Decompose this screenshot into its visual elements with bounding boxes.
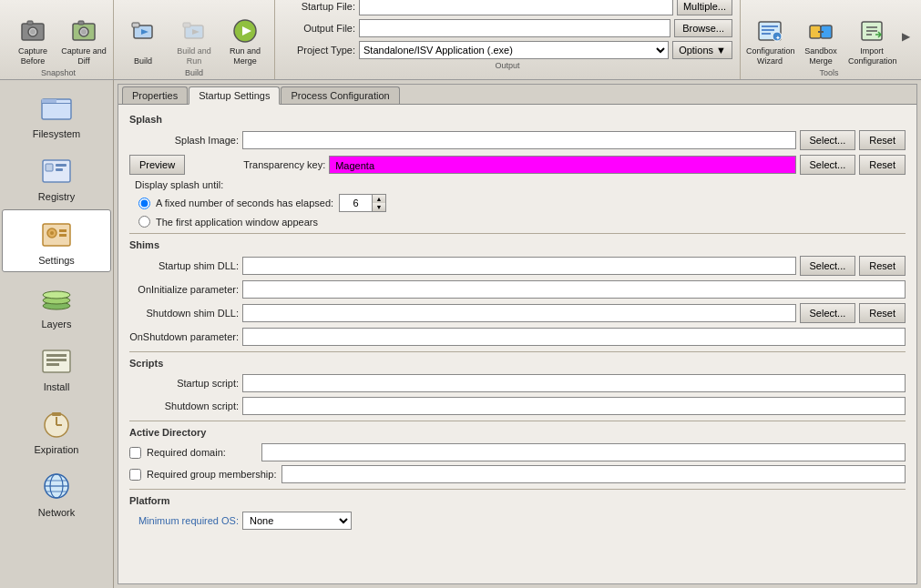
output-group: Startup File: Multiple... Output File: B… <box>275 0 741 79</box>
required-domain-input[interactable] <box>261 443 906 461</box>
svg-rect-41 <box>46 354 67 357</box>
oninitialize-row: OnInitialize parameter: <box>129 280 906 299</box>
startup-file-row: Startup File: Multiple... <box>282 0 732 15</box>
required-group-checkbox[interactable] <box>129 469 141 481</box>
sandbox-merge-button[interactable]: Sandbox Merge <box>797 4 844 69</box>
svg-rect-35 <box>59 234 67 237</box>
splash-image-row: Splash Image: Select... Reset <box>129 130 906 150</box>
startup-shim-select-button[interactable]: Select... <box>800 256 856 276</box>
run-merge-button[interactable]: Run and Merge <box>221 4 269 69</box>
toolbar: Capture Before Capture and Diff Snapshot… <box>0 0 921 80</box>
capture-before-button[interactable]: Capture Before <box>9 4 56 69</box>
config-wizard-label: Configuration Wizard <box>746 46 793 66</box>
build-button[interactable]: Build <box>119 4 167 69</box>
shutdown-shim-row: Shutdown shim DLL: Select... Reset <box>129 303 906 323</box>
radio-window[interactable] <box>138 216 150 228</box>
divider-3 <box>129 421 906 421</box>
radio-seconds-label: A fixed number of seconds has elapsed: <box>156 198 333 208</box>
minimum-os-row: Minimum required OS: None Windows XP Win… <box>129 512 906 530</box>
settings-icon <box>38 216 75 252</box>
project-type-select[interactable]: Standalone/ISV Application (.exe) <box>359 41 669 59</box>
splash-reset-button[interactable]: Reset <box>859 130 906 150</box>
shutdown-shim-input[interactable] <box>242 304 796 322</box>
oninitialize-input[interactable] <box>242 280 906 299</box>
onshutdown-input[interactable] <box>242 328 906 346</box>
display-until-label: Display splash until: <box>129 179 906 190</box>
svg-rect-42 <box>46 359 67 361</box>
toolbar-more-button[interactable]: ▶ <box>899 4 912 69</box>
oninitialize-label: OnInitialize parameter: <box>129 284 239 295</box>
splash-select-button[interactable]: Select... <box>800 130 856 150</box>
settings-label: Settings <box>38 255 75 266</box>
tab-startup-settings[interactable]: Startup Settings <box>189 86 280 105</box>
startup-shim-input[interactable] <box>242 257 796 275</box>
transparency-reset-button[interactable]: Reset <box>859 155 906 175</box>
minimum-os-select[interactable]: None Windows XP Windows Vista Windows 7 … <box>242 512 352 530</box>
shutdown-shim-select-button[interactable]: Select... <box>800 303 856 323</box>
startup-file-input[interactable] <box>359 0 673 15</box>
transparency-key-input[interactable]: Magenta <box>329 156 795 174</box>
radio-seconds[interactable] <box>138 198 150 209</box>
import-config-button[interactable]: Import Configuration <box>848 4 895 69</box>
startup-file-label: Startup File: <box>282 1 355 12</box>
startup-shim-label: Startup shim DLL: <box>129 260 239 271</box>
expiration-label: Expiration <box>35 444 79 455</box>
seconds-up-button[interactable]: ▲ <box>373 195 385 203</box>
sidebar-item-expiration[interactable]: Expiration <box>2 400 111 461</box>
sidebar-item-registry[interactable]: Registry <box>2 147 111 208</box>
run-merge-icon <box>230 16 260 46</box>
svg-point-39 <box>43 291 70 299</box>
shutdown-script-input[interactable] <box>242 397 906 415</box>
content-area: Properties Startup Settings Process Conf… <box>118 84 917 584</box>
build-group-label: Build <box>114 68 274 77</box>
output-file-input[interactable] <box>359 19 670 37</box>
shutdown-shim-reset-button[interactable]: Reset <box>859 303 906 323</box>
config-wizard-button[interactable]: ✦ Configuration Wizard <box>746 4 793 69</box>
divider-2 <box>129 351 906 352</box>
capture-before-icon <box>18 16 47 46</box>
svg-rect-31 <box>56 168 63 171</box>
sidebar-item-layers[interactable]: Layers <box>2 274 111 335</box>
tab-process-config[interactable]: Process Configuration <box>281 86 399 104</box>
required-domain-checkbox[interactable] <box>129 447 141 459</box>
onshutdown-row: OnShutdown parameter: <box>129 328 906 346</box>
divider-1 <box>129 233 906 234</box>
radio-window-row: The first application window appears <box>129 216 906 228</box>
sidebar-item-filesystem[interactable]: Filesystem <box>2 84 111 145</box>
tools-group-label: Tools <box>741 68 917 77</box>
import-config-icon <box>857 16 886 46</box>
startup-script-input[interactable] <box>242 374 906 392</box>
capture-diff-button[interactable]: Capture and Diff <box>60 4 107 69</box>
browse-button[interactable]: Browse... <box>674 19 732 37</box>
svg-rect-7 <box>78 21 84 25</box>
project-type-label: Project Type: <box>282 45 355 56</box>
transparency-select-button[interactable]: Select... <box>800 155 856 175</box>
shutdown-script-row: Shutdown script: <box>129 397 906 415</box>
sidebar-item-network[interactable]: Network <box>2 462 111 523</box>
network-label: Network <box>38 507 75 518</box>
build-icon <box>128 16 158 46</box>
svg-text:✦: ✦ <box>775 35 781 41</box>
required-group-input[interactable] <box>281 465 906 483</box>
onshutdown-label: OnShutdown parameter: <box>129 331 239 342</box>
build-label: Build <box>119 56 167 66</box>
preview-button[interactable]: Preview <box>129 155 185 175</box>
seconds-down-button[interactable]: ▼ <box>373 203 385 211</box>
splash-image-input[interactable] <box>242 131 796 149</box>
startup-shim-reset-button[interactable]: Reset <box>859 256 906 276</box>
tools-group: ✦ Configuration Wizard Sandbox Merge Imp… <box>741 0 917 79</box>
seconds-input[interactable] <box>339 194 372 212</box>
shims-section-title: Shims <box>129 239 906 250</box>
tab-properties[interactable]: Properties <box>122 86 188 104</box>
sidebar-item-settings[interactable]: Settings <box>2 209 111 272</box>
svg-point-36 <box>50 231 54 235</box>
multiple-button[interactable]: Multiple... <box>677 0 732 15</box>
svg-point-2 <box>30 29 36 35</box>
build-run-button[interactable]: Build and Run <box>170 4 218 69</box>
scripts-section-title: Scripts <box>129 358 906 369</box>
svg-rect-29 <box>46 164 53 171</box>
tab-bar: Properties Startup Settings Process Conf… <box>118 85 916 105</box>
sidebar-item-install[interactable]: Install <box>2 337 111 398</box>
snapshot-group-label: Snapshot <box>4 68 113 77</box>
options-button[interactable]: Options ▼ <box>672 41 732 59</box>
